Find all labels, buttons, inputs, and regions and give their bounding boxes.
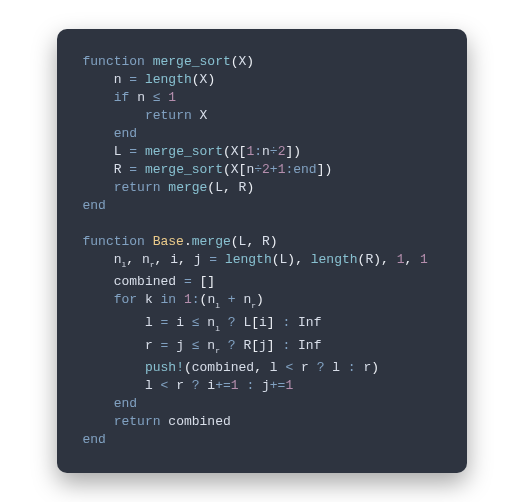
code-token: ?: [309, 360, 332, 375]
code-token: l: [215, 301, 220, 310]
code-token: ,: [126, 252, 134, 267]
code-token: ?: [220, 315, 243, 330]
code-token: [83, 162, 114, 177]
code-line: end: [83, 396, 138, 411]
code-token: [83, 72, 114, 87]
code-line: function merge_sort(X): [83, 54, 255, 69]
code-token: ): [324, 162, 332, 177]
code-token: [83, 90, 114, 105]
code-token: :: [340, 360, 363, 375]
code-token: n: [114, 252, 122, 267]
code-line: [83, 216, 91, 231]
code-token: ≤: [145, 90, 168, 105]
code-token: 1: [285, 378, 293, 393]
code-token: r: [150, 260, 155, 269]
code-token: ≤: [184, 315, 207, 330]
code-token: :: [239, 378, 262, 393]
code-token: r: [215, 346, 220, 355]
code-token: (: [223, 144, 231, 159]
code-line: function Base.merge(L, R): [83, 234, 278, 249]
code-token: in: [153, 292, 184, 307]
code-token: [83, 108, 145, 123]
code-token: function: [83, 54, 153, 69]
code-token: [: [251, 315, 259, 330]
code-token: [412, 252, 420, 267]
code-token: r: [301, 360, 309, 375]
code-token: ,: [381, 252, 389, 267]
code-token: ,: [295, 252, 303, 267]
code-token: j: [259, 338, 267, 353]
code-token: ]: [267, 338, 275, 353]
code-token: ,: [254, 360, 262, 375]
code-token: ): [207, 72, 215, 87]
code-token: k: [145, 292, 153, 307]
code-token: (: [272, 252, 280, 267]
code-token: (: [231, 54, 239, 69]
code-token: +=: [215, 378, 231, 393]
code-token: l: [270, 360, 278, 375]
code-token: ]: [267, 315, 275, 330]
code-token: [186, 252, 194, 267]
code-token: (: [192, 72, 200, 87]
code-token: n: [137, 90, 145, 105]
code-block: function merge_sort(X) n = length(X) if …: [83, 53, 441, 449]
code-token: r: [176, 378, 184, 393]
code-line: R = merge_sort(X[n÷2+1:end]): [83, 162, 333, 177]
code-line: return combined: [83, 414, 231, 429]
code-line: combined = []: [83, 274, 216, 289]
code-token: 1: [420, 252, 428, 267]
code-token: [83, 315, 145, 330]
code-token: :: [275, 315, 298, 330]
code-token: ?: [220, 338, 243, 353]
code-token: [83, 216, 91, 231]
code-token: merge_sort: [145, 162, 223, 177]
code-token: j: [176, 338, 184, 353]
code-token: j: [262, 378, 270, 393]
code-line: L = merge_sort(X[1:n÷2]): [83, 144, 302, 159]
code-token: n: [262, 144, 270, 159]
code-token: X: [231, 162, 239, 177]
code-line: nl, nr, i, j = length(L), length(R), 1, …: [83, 252, 428, 267]
code-token: ): [287, 252, 295, 267]
code-token: l: [122, 260, 127, 269]
code-token: if: [114, 90, 137, 105]
code-token: combined: [192, 360, 254, 375]
code-token: n: [142, 252, 150, 267]
code-token: n: [207, 315, 215, 330]
code-token: [231, 180, 239, 195]
code-token: 1: [184, 292, 192, 307]
code-token: <: [153, 378, 176, 393]
code-token: R: [114, 162, 122, 177]
code-line: for k in 1:(nl + nr): [83, 292, 264, 307]
code-token: merge_sort: [153, 54, 231, 69]
code-token: Inf: [298, 315, 321, 330]
code-token: ): [373, 252, 381, 267]
code-line: push!(combined, l < r ? l : r): [83, 360, 380, 375]
code-token: ,: [223, 180, 231, 195]
code-token: [83, 252, 114, 267]
code-token: ): [246, 180, 254, 195]
code-token: ): [256, 292, 264, 307]
code-token: [83, 396, 114, 411]
code-token: length: [225, 252, 272, 267]
code-token: .: [184, 234, 192, 249]
code-token: [262, 360, 270, 375]
code-token: r: [251, 301, 256, 310]
code-token: end: [293, 162, 316, 177]
code-token: 2: [262, 162, 270, 177]
code-token: [83, 338, 145, 353]
code-token: i: [207, 378, 215, 393]
code-token: length: [145, 72, 192, 87]
code-token: <: [278, 360, 301, 375]
code-token: end: [114, 396, 137, 411]
code-token: n: [207, 338, 215, 353]
code-token: [: [251, 338, 259, 353]
code-token: 1: [231, 378, 239, 393]
code-token: X: [231, 144, 239, 159]
code-token: =: [122, 144, 145, 159]
code-token: ): [293, 144, 301, 159]
code-token: end: [83, 432, 106, 447]
code-token: [83, 292, 114, 307]
code-line: if n ≤ 1: [83, 90, 177, 105]
code-line: end: [83, 126, 138, 141]
